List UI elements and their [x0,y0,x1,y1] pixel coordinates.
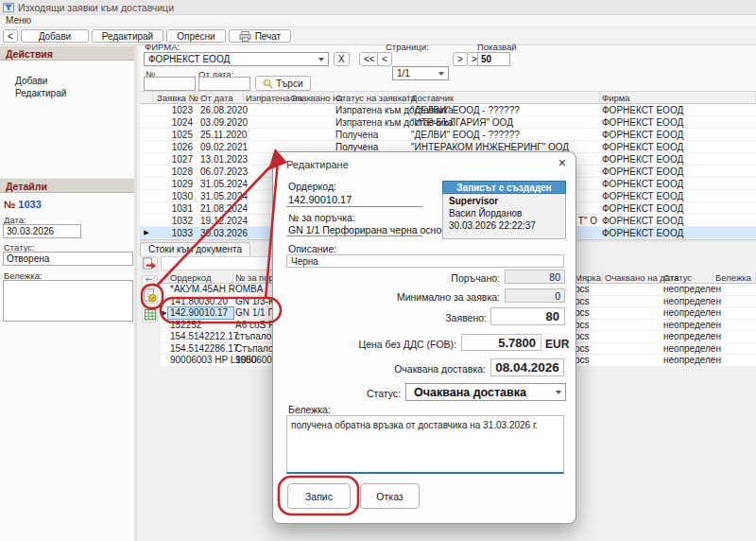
clear-company-button[interactable]: X [334,52,350,66]
row-marker [140,178,153,189]
refresh-button[interactable]: Опресни [166,29,225,43]
cell-request-no: 1025 [153,129,198,140]
cell-status: неопределен [662,307,713,319]
dialog-status-combo[interactable]: Очаквана доставка [405,383,566,401]
cell-from-date: 13.01.2023 [198,153,244,165]
chevron-down-icon [556,391,561,394]
edit-row-button[interactable] [142,288,158,304]
transfer-row-button[interactable] [142,275,158,288]
export-icon [143,257,157,271]
col-header: Доставчик [409,92,600,103]
table-row[interactable]: 102525.11.2020Получена"ДЕЛВИ" ЕООД - ???… [140,129,756,141]
pages-combo[interactable]: 1/1 [392,66,449,80]
cell-status: неопределен [662,296,713,307]
table-row[interactable]: 102326.08.2020Изпратена към доставчика"Д… [140,104,756,116]
menu-item-menu[interactable]: Меню [6,15,31,26]
row-marker [161,355,168,366]
cell-supplier: "ИТР БЪЛГАРИЯ" ООД [409,116,600,128]
prev-page-button[interactable]: < [377,52,392,66]
dialog-note-field[interactable]: получена обратна връзка от доставчика на… [286,415,564,474]
cell-from-date: 09.02.2021 [198,141,244,152]
title-bar: Изходящи заявки към доставчици [0,0,756,15]
order-no-label: № за поръчка: [288,212,355,223]
edit-dialog: Редактиране × Ордеркод: 142.90010.17 № з… [272,151,576,524]
ordered-label: Поръчано: [451,272,500,284]
cell-company: ФОРНЕКСТ ЕООД [600,104,756,115]
cell-supplier: "ДЕЛВИ" ЕООД - ?????? [409,104,600,115]
cell-company: ФОРНЕКСТ ЕООД [600,215,756,226]
expected-delivery-field[interactable]: 08.04.2026 [490,358,564,376]
filter-bar: ФИРМА: ФОРНЕКСТ ЕООД X << < Страници: 1/… [140,45,756,92]
edit-row-icon [143,288,157,303]
back-button[interactable]: < [3,29,18,43]
description-field[interactable]: Черна [286,254,564,268]
price-field[interactable]: 5.7800 [461,334,541,351]
note-field[interactable] [3,280,133,322]
cell-company: ФОРНЕКСТ ЕООД [600,166,756,177]
row-marker [140,190,153,201]
cell-status: неопределен [662,284,713,295]
sidebar-action-edit[interactable]: Редактирай [0,86,134,98]
dialog-title: Редактиране [286,159,349,170]
sidebar-action-add[interactable]: Добави [0,74,134,86]
orders-header-row: Заявка №От датаИзпратена наОчаквано наСт… [140,92,756,104]
cell-expected-date [603,355,662,366]
print-button[interactable]: Печат [229,29,292,43]
cell-ordercode: 154.5142286.17 [168,343,233,355]
dialog-status-label: Статус: [367,388,401,399]
ordered-field: 80 [505,270,565,284]
table-row[interactable]: 102403.09.2020Изпратена към доставчика"И… [140,116,756,129]
cell-status: неопределен [662,355,713,366]
col-header: Статус [662,271,713,283]
window-title: Изходящи заявки към доставчици [18,2,174,13]
company-combo[interactable]: ФОРНЕКСТ ЕООД [144,52,329,66]
row-marker: ▶ [161,307,168,319]
col-header: Очаквано на [288,92,334,103]
price-label: Цена без ДДС (FOB): [358,339,456,350]
goods-toolbar [140,256,161,370]
cell-note [713,331,756,342]
col-header: Статус на заявката [334,92,409,103]
close-icon[interactable]: × [558,155,566,170]
export-row-button[interactable] [142,256,158,272]
excel-icon [144,308,157,322]
record-timestamp: 30.03.2026 22:22:37 [443,218,565,231]
cell-note [713,320,756,331]
row-marker [140,215,153,226]
cell-from-date: 31.05.2024 [198,178,244,189]
next-page-button[interactable]: > [453,52,468,66]
search-icon [263,79,273,89]
cancel-button[interactable]: Отказ [360,483,420,509]
cell-from-date: 25.11.2020 [198,129,244,140]
cell-note [713,307,756,319]
cell-status: Получена [334,129,409,140]
search-button[interactable]: Търси [255,76,311,91]
add-button[interactable]: Добави [21,29,89,43]
edit-button[interactable]: Редактирай [92,29,163,43]
row-marker [140,153,153,165]
cell-ordercode: *АКУМ.45АН ROMBA [168,284,233,295]
cell-sent-on [244,104,288,115]
transfer-icon [144,276,157,288]
requested-field[interactable]: 80 [490,307,565,325]
show-count-input[interactable]: 50 [477,52,510,66]
status-field[interactable]: Отворена [3,252,133,266]
col-header: От дата [198,92,244,103]
cell-company: ФОРНЕКСТ ЕООД [600,153,756,165]
excel-export-button[interactable] [142,306,158,323]
number-filter-input[interactable] [144,77,196,91]
chevron-down-icon [318,58,324,61]
requested-label: Заявено: [445,312,487,323]
row-marker [140,104,153,115]
pages-label: Страници: [386,42,429,52]
row-marker: ▶ [140,227,153,238]
sidebar: Действия Добави Редактирай Детайли № 103… [0,45,137,541]
tab-goods[interactable]: Стоки към документа [140,242,250,256]
date-field[interactable]: 30.03.2026 [3,224,81,238]
cell-request-no: 1026 [153,141,198,152]
cell-status: неопределен [662,320,713,331]
from-date-input[interactable] [198,77,250,91]
save-button[interactable]: Запис [287,483,351,509]
cell-company: ФОРНЕКСТ ЕООД [600,116,756,128]
row-marker [161,343,168,355]
